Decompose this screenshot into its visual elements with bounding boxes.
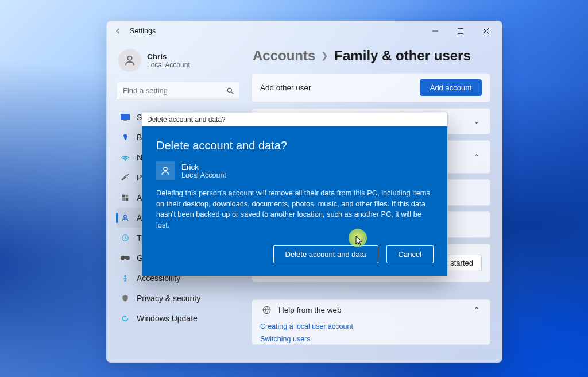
nav-icon [121,173,130,182]
delete-account-dialog: Delete account and data? Delete account … [142,113,448,276]
nav-icon [121,233,130,243]
chevron-down-icon: ⌄ [471,117,482,125]
arrow-left-icon [114,27,122,35]
help-title: Help from the web [278,306,471,314]
svg-point-19 [164,167,167,171]
sidebar-item-privacy-security[interactable]: Privacy & security [116,288,240,308]
window-controls [423,22,498,40]
nav-icon [121,274,130,283]
help-icon [260,306,273,314]
svg-point-14 [124,275,126,278]
dialog-body-text: Deleting this person's account will remo… [156,188,432,230]
back-button[interactable] [110,23,126,39]
page-title: Family & other users [334,48,470,64]
close-icon [483,28,489,34]
close-button[interactable] [473,22,498,40]
dialog-user-subtitle: Local Account [181,171,226,179]
search-icon [226,87,234,95]
nav-icon [121,113,130,122]
nav-icon [121,314,130,323]
svg-rect-1 [458,29,463,34]
sidebar-item-windows-update[interactable]: Windows Update [116,309,240,328]
profile-subtitle: Local Account [147,61,190,69]
help-links: Creating a local user account Switching … [252,320,490,344]
titlebar: Settings [107,21,502,41]
svg-line-4 [231,92,234,94]
maximize-icon [458,28,463,34]
breadcrumb-root[interactable]: Accounts [253,48,315,64]
search-box [117,82,239,99]
nav-icon [121,153,130,162]
sidebar-item-label: Privacy & security [137,294,200,303]
svg-point-12 [124,215,127,218]
chevron-right-icon: ❯ [321,51,328,61]
nav-icon [121,193,130,202]
cancel-button[interactable]: Cancel [386,245,434,263]
dialog-titlebar: Delete account and data? [142,113,447,126]
svg-rect-11 [126,198,129,201]
avatar [118,49,141,72]
nav-icon [121,213,130,222]
dialog-user-name: Erick [181,163,226,171]
profile-name: Chris [147,52,190,61]
svg-point-7 [125,160,126,161]
help-card: Help from the web ⌃ Creating a local use… [252,299,490,345]
dialog-user-block: Erick Local Account [156,161,434,180]
help-link[interactable]: Switching users [260,335,311,343]
person-icon [123,54,136,67]
chevron-up-icon: ⌃ [471,153,482,161]
person-icon [160,166,171,176]
window-title: Settings [130,27,156,35]
svg-rect-8 [122,195,125,198]
nav-icon [121,253,130,263]
svg-rect-9 [126,195,129,198]
profile-block[interactable]: Chris Local Account [116,41,240,82]
nav-icon [121,294,130,303]
svg-point-18 [263,306,270,314]
svg-point-3 [227,88,231,92]
sidebar-item-label: Windows Update [137,314,198,323]
breadcrumb: Accounts ❯ Family & other users [253,48,490,64]
nav-icon [121,133,130,142]
minimize-icon [432,28,438,34]
dialog-avatar [156,161,175,180]
svg-rect-5 [121,114,130,120]
add-other-user-label: Add other user [260,83,420,92]
search-input[interactable] [117,82,239,99]
delete-confirm-button[interactable]: Delete account and data [273,245,378,263]
chevron-up-icon: ⌃ [471,306,482,314]
help-header[interactable]: Help from the web ⌃ [252,300,490,320]
add-account-button[interactable]: Add account [420,79,482,96]
minimize-button[interactable] [423,22,448,40]
maximize-button[interactable] [448,22,473,40]
svg-rect-10 [122,198,125,201]
svg-point-2 [127,56,131,60]
help-link[interactable]: Creating a local user account [260,322,353,330]
add-other-user-card: Add other user Add account [252,73,490,102]
svg-rect-6 [123,120,127,121]
dialog-heading: Delete account and data? [156,139,434,152]
